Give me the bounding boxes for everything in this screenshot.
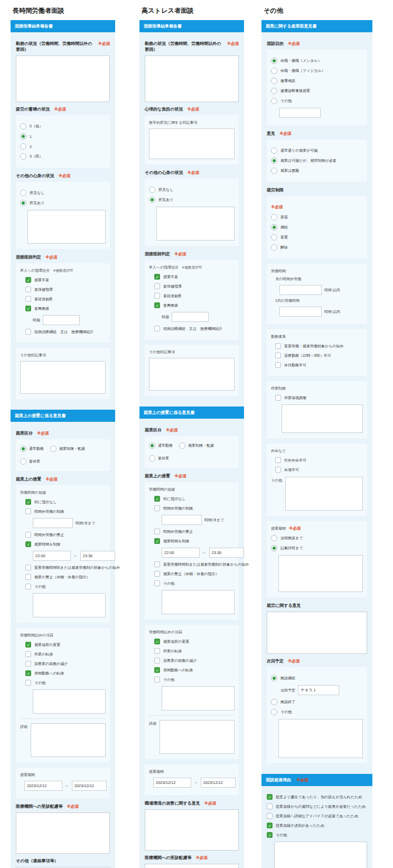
radio-option[interactable]: 新規 [271, 214, 363, 220]
textarea-field[interactable] [33, 593, 106, 617]
radio-icon[interactable] [179, 442, 185, 449]
textarea-field[interactable] [282, 404, 363, 433]
checkbox-option[interactable]: 深夜業の回数の減少 [25, 661, 106, 667]
radio-option[interactable]: その他 [271, 98, 363, 104]
checkbox-option[interactable]: 変形労働時間制または裁量労働制の対象からの除外 [154, 561, 235, 567]
checkbox-icon[interactable] [267, 823, 273, 828]
textarea-field[interactable] [156, 207, 235, 241]
textarea-field[interactable] [16, 812, 110, 854]
checkbox-option[interactable]: 従業員様からの質問などにより延長が必要だったため [267, 804, 367, 809]
checkbox-option[interactable]: 時間外労働の禁止 [154, 529, 235, 534]
checkbox-icon[interactable] [275, 467, 281, 473]
radio-option[interactable]: 所見なし [149, 187, 235, 193]
radio-option[interactable]: 要休業 [20, 458, 40, 465]
radio-icon[interactable] [271, 58, 277, 64]
checkbox-option[interactable]: 変形労働時間制または裁量労働制の対象からの除外 [25, 565, 106, 570]
radio-icon[interactable] [271, 168, 277, 174]
radio-option[interactable]: 休職・復職（メンタル） [271, 58, 363, 64]
radio-icon[interactable] [271, 535, 277, 541]
checkbox-option[interactable]: その他 [25, 584, 106, 589]
checkbox-option[interactable]: 作業の転換 [154, 648, 235, 654]
radio-option[interactable]: 就業は困難 [271, 168, 363, 174]
checkbox-icon[interactable] [154, 580, 160, 586]
range-to-input[interactable] [209, 548, 244, 558]
checkbox-option[interactable]: その他 [25, 680, 106, 686]
checkbox-option[interactable]: 昼間勤務への転換 [154, 667, 235, 673]
range-from-input[interactable] [24, 781, 62, 791]
text-input[interactable] [43, 315, 80, 325]
radio-option[interactable]: 通常通りの就業が可能 [271, 147, 363, 154]
text-input[interactable] [279, 307, 322, 317]
text-input[interactable] [162, 515, 202, 525]
radio-icon[interactable] [271, 244, 277, 251]
textarea-field[interactable] [278, 555, 363, 592]
range-to-input[interactable] [201, 778, 236, 788]
checkbox-icon[interactable] [154, 496, 160, 502]
radio-icon[interactable] [20, 446, 26, 452]
checkbox-option[interactable]: 要再面接 [25, 306, 106, 311]
checkbox-option[interactable]: 就業場所の変更 [154, 639, 235, 644]
textarea-field[interactable] [278, 719, 363, 758]
radio-icon[interactable] [149, 455, 155, 461]
checkbox-option[interactable]: その他 [154, 677, 235, 682]
radio-option[interactable]: 面談継続 [271, 675, 363, 681]
radio-icon[interactable] [20, 133, 26, 140]
radio-icon[interactable] [20, 458, 26, 465]
checkbox-option[interactable]: 時間外労働の制限 [154, 505, 235, 511]
radio-option[interactable]: 就業は可能だが、就労制限が必要 [271, 158, 363, 164]
radio-icon[interactable] [271, 675, 277, 681]
checkbox-option[interactable]: 従業員様へ詳細なアドバイスが必要であったため [267, 813, 367, 819]
checkbox-icon[interactable] [25, 541, 31, 547]
textarea-field[interactable] [145, 56, 239, 102]
text-input[interactable] [279, 285, 322, 295]
radio-option[interactable]: 健康診断事後措置 [271, 88, 363, 94]
radio-option[interactable]: 3（高） [20, 153, 106, 160]
checkbox-option[interactable]: 時間外労働の禁止 [25, 532, 106, 538]
checkbox-icon[interactable] [275, 395, 281, 401]
textarea-field[interactable] [31, 723, 106, 757]
checkbox-option[interactable]: 要再面接 [154, 302, 235, 308]
checkbox-icon[interactable] [154, 538, 160, 544]
textarea-field[interactable] [267, 612, 367, 654]
checkbox-option[interactable]: 時間外労働の制限 [25, 509, 106, 514]
checkbox-option[interactable]: その他 [154, 580, 235, 586]
checkbox-icon[interactable] [25, 277, 31, 283]
radio-icon[interactable] [20, 200, 26, 206]
radio-icon[interactable] [20, 143, 26, 150]
checkbox-icon[interactable] [267, 804, 273, 809]
checkbox-icon[interactable] [275, 353, 281, 358]
checkbox-option[interactable]: 要保健指導 [154, 283, 235, 289]
checkbox-icon[interactable] [25, 509, 31, 514]
radio-icon[interactable] [149, 187, 155, 193]
checkbox-icon[interactable] [25, 670, 31, 676]
checkbox-icon[interactable] [25, 680, 31, 686]
checkbox-option[interactable]: 要保健指導 [25, 287, 106, 292]
textarea-field[interactable] [27, 210, 106, 244]
checkbox-option[interactable]: 就業場所の変更 [25, 642, 106, 648]
radio-icon[interactable] [271, 709, 277, 715]
checkbox-icon[interactable] [25, 306, 31, 311]
checkbox-option[interactable]: その他 [267, 832, 367, 838]
radio-icon[interactable] [271, 88, 277, 94]
checkbox-icon[interactable] [154, 302, 160, 308]
checkbox-option[interactable]: 要経過観察 [154, 293, 235, 299]
text-input[interactable] [298, 685, 339, 695]
radio-icon[interactable] [271, 78, 277, 84]
checkbox-icon[interactable] [25, 296, 31, 302]
radio-icon[interactable] [271, 98, 277, 104]
radio-icon[interactable] [271, 224, 277, 230]
radio-icon[interactable] [271, 147, 277, 154]
radio-option[interactable]: 所見なし [20, 190, 106, 196]
radio-option[interactable]: 記載日時まで [271, 545, 363, 551]
checkbox-icon[interactable] [25, 287, 31, 292]
checkbox-option[interactable]: 休日勤務不可 [275, 362, 363, 368]
textarea-field[interactable] [274, 842, 367, 868]
text-input[interactable] [33, 518, 73, 528]
radio-icon[interactable] [271, 234, 277, 241]
radio-option[interactable]: 要休業 [149, 455, 169, 461]
radio-icon[interactable] [271, 545, 277, 551]
radio-option[interactable]: 1 [20, 133, 106, 140]
textarea-field[interactable] [16, 56, 110, 102]
radio-icon[interactable] [50, 446, 57, 452]
checkbox-icon[interactable] [25, 499, 31, 505]
